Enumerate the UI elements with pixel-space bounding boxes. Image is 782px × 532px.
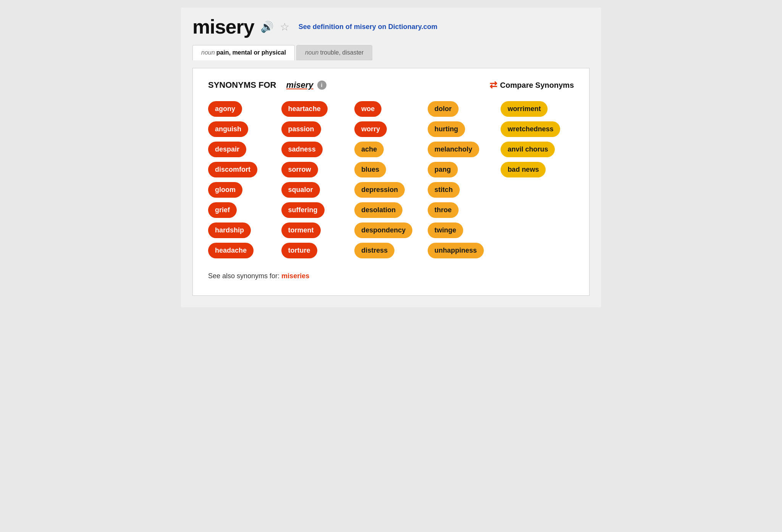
- synonym-pill[interactable]: anguish: [208, 121, 248, 137]
- synonym-pill[interactable]: pang: [428, 162, 458, 177]
- synonym-pill[interactable]: gloom: [208, 182, 242, 198]
- synonym-col-1: agonyanguishdespairdiscomfortgloomgriefh…: [208, 101, 281, 258]
- synonym-pill[interactable]: headache: [208, 243, 254, 258]
- synonym-pill[interactable]: desolation: [354, 202, 402, 218]
- synonym-pill[interactable]: heartache: [281, 101, 328, 117]
- synonym-col-4: dolorhurtingmelancholypangstitchthroetwi…: [428, 101, 501, 258]
- synonym-pill[interactable]: grief: [208, 202, 237, 218]
- synonym-pill[interactable]: worry: [354, 121, 387, 137]
- synonym-pill[interactable]: hurting: [428, 121, 465, 137]
- tab2-pos: noun: [305, 49, 319, 56]
- see-also-link[interactable]: miseries: [281, 272, 309, 280]
- see-also: See also synonyms for: miseries: [208, 272, 574, 280]
- synonym-col-2: heartachepassionsadnesssorrowsqualorsuff…: [281, 101, 355, 258]
- dict-link-text: See definition of misery on Dictionary.c…: [299, 23, 438, 31]
- star-icon[interactable]: ☆: [280, 21, 289, 33]
- header: misery 🔊 ☆ See definition of misery on D…: [192, 15, 590, 38]
- synonym-pill[interactable]: sadness: [281, 142, 323, 157]
- tab-trouble[interactable]: nountrouble, disaster: [296, 45, 372, 60]
- synonym-pill[interactable]: melancholy: [428, 142, 479, 157]
- compare-label: Compare Synonyms: [500, 81, 574, 90]
- synonym-pill[interactable]: passion: [281, 121, 321, 137]
- synonym-col-3: woeworryachebluesdepressiondesolationdes…: [354, 101, 428, 258]
- synonym-pill[interactable]: wretchedness: [501, 121, 560, 137]
- tab-pain[interactable]: nounpain, mental or physical: [192, 45, 295, 60]
- see-also-text: See also synonyms for:: [208, 272, 280, 280]
- synonym-pill[interactable]: woe: [354, 101, 381, 117]
- tab2-desc: trouble, disaster: [320, 49, 364, 56]
- synonym-pill[interactable]: bad news: [501, 162, 546, 177]
- synonym-pill[interactable]: suffering: [281, 202, 325, 218]
- synonyms-title: SYNONYMS FOR misery i: [208, 80, 326, 90]
- synonym-pill[interactable]: despondency: [354, 222, 412, 238]
- synonym-pill[interactable]: ache: [354, 142, 384, 157]
- synonym-pill[interactable]: unhappiness: [428, 243, 484, 258]
- synonym-pill[interactable]: despair: [208, 142, 246, 157]
- word-title: misery: [192, 15, 254, 38]
- synonym-pill[interactable]: hardship: [208, 222, 251, 238]
- synonyms-grid: agonyanguishdespairdiscomfortgloomgriefh…: [208, 101, 574, 258]
- synonym-pill[interactable]: dolor: [428, 101, 459, 117]
- synonym-pill[interactable]: blues: [354, 162, 386, 177]
- synonym-pill[interactable]: agony: [208, 101, 242, 117]
- synonym-pill[interactable]: twinge: [428, 222, 463, 238]
- compare-synonyms-button[interactable]: ⇄ Compare Synonyms: [490, 80, 574, 90]
- synonym-pill[interactable]: anvil chorus: [501, 142, 555, 157]
- tab1-pos: noun: [201, 49, 215, 56]
- synonyms-word: misery: [286, 80, 313, 90]
- synonym-pill[interactable]: sorrow: [281, 162, 318, 177]
- synonym-pill[interactable]: throe: [428, 202, 459, 218]
- synonym-pill[interactable]: worriment: [501, 101, 548, 117]
- content-box: SYNONYMS FOR misery i ⇄ Compare Synonyms…: [192, 68, 590, 296]
- info-icon[interactable]: i: [317, 81, 326, 90]
- compare-arrows-icon: ⇄: [490, 80, 497, 90]
- tabs-container: nounpain, mental or physical nountrouble…: [192, 45, 590, 60]
- synonyms-header: SYNONYMS FOR misery i ⇄ Compare Synonyms: [208, 80, 574, 90]
- tab1-desc: pain, mental or physical: [217, 49, 286, 56]
- synonym-pill[interactable]: distress: [354, 243, 394, 258]
- synonym-col-5: worrimentwretchednessanvil chorusbad new…: [501, 101, 574, 258]
- synonym-pill[interactable]: stitch: [428, 182, 460, 198]
- synonym-pill[interactable]: discomfort: [208, 162, 257, 177]
- page-wrapper: misery 🔊 ☆ See definition of misery on D…: [181, 8, 601, 307]
- dict-link[interactable]: See definition of misery on Dictionary.c…: [299, 23, 438, 31]
- synonym-pill[interactable]: depression: [354, 182, 405, 198]
- synonyms-prefix: SYNONYMS FOR: [208, 80, 276, 90]
- synonym-pill[interactable]: torture: [281, 243, 317, 258]
- speaker-icon[interactable]: 🔊: [260, 21, 274, 33]
- synonym-pill[interactable]: torment: [281, 222, 321, 238]
- synonym-pill[interactable]: squalor: [281, 182, 320, 198]
